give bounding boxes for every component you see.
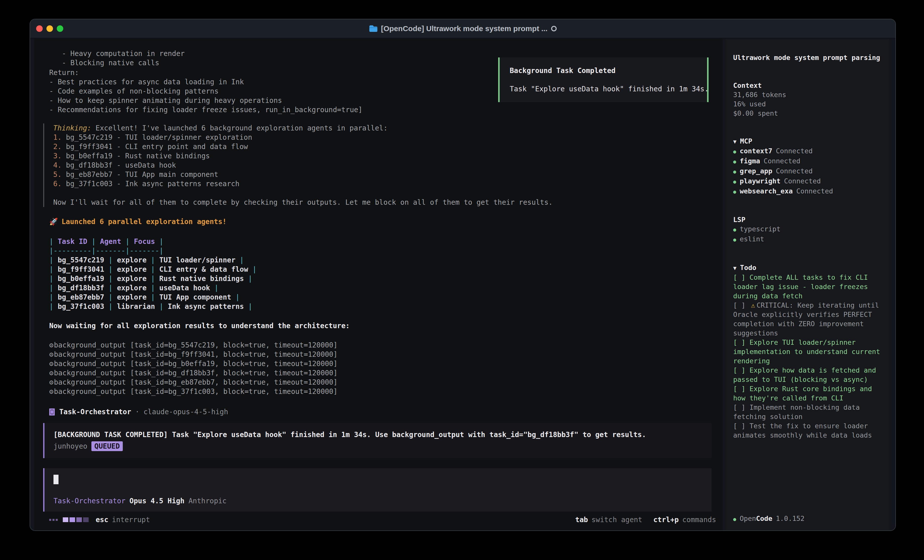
status-bar: esc interrupt tab switch agent ctrl+p co… — [43, 512, 718, 526]
wait-text: Now I'll wait for all of them to complet… — [49, 198, 718, 207]
message-text: [BACKGROUND TASK COMPLETED] Task "Explor… — [54, 430, 702, 439]
context-spent: $0.00 spent — [733, 109, 884, 118]
agent-list-item: 5. bg_eb87ebb7 - TUI App main component — [49, 170, 718, 179]
todo-item: [ ] Explore how data is fetched and pass… — [733, 365, 884, 384]
agent-name: Task-Orchestrator — [59, 407, 131, 416]
thinking-line: Thinking: Excellent! I've launched 6 bac… — [49, 123, 718, 133]
gear-icon: ⚙ — [49, 359, 54, 368]
table-row: | bg_b0effa19 | explore | Rust native bi… — [43, 274, 718, 283]
table-row: | bg_f9ff3041 | explore | CLI entry & da… — [43, 265, 718, 274]
thinking-block: Thinking: Excellent! I've launched 6 bac… — [43, 123, 718, 207]
agent-list-item: 1. bg_5547c219 - TUI loader/spinner expl… — [49, 133, 718, 142]
terminal-line: - Heavy computation in render — [43, 49, 718, 58]
agent-list-item: 3. bg_b0effa19 - Rust native bindings — [49, 151, 718, 160]
table-header-row: | Task ID | Agent | Focus | — [43, 237, 718, 246]
commands-hint: ctrl+p commands — [653, 515, 716, 524]
input-model[interactable]: Opus 4.5 High — [129, 496, 184, 506]
status-dot-icon: ● — [733, 177, 736, 186]
table-row: | bg_37f1c003 | librarian | Ink async pa… — [43, 302, 718, 311]
waiting-heading: Now waiting for all exploration results … — [43, 321, 718, 331]
todo-item: [ ] Explore Rust core bindings and how t… — [733, 384, 884, 403]
lsp-item: ●typescript — [733, 224, 884, 234]
mcp-item: ●context7Connected — [733, 146, 884, 156]
table-row: | bg_eb87ebb7 | explore | TUI App compon… — [43, 292, 718, 302]
prompt-input[interactable]: Task-Orchestrator Opus 4.5 High Anthropi… — [43, 468, 712, 512]
opencode-app: Background Task Completed Task "Explore … — [30, 38, 896, 530]
agent-list-item: 6. bg_37f1c003 - Ink async patterns rese… — [49, 179, 718, 189]
terminal-window: [OpenCode] Ultrawork mode system prompt … — [30, 19, 896, 531]
spinner-icon — [49, 517, 88, 522]
lsp-item: ●eslint — [733, 234, 884, 244]
text-cursor — [54, 475, 58, 484]
lsp-heading: LSP — [733, 215, 884, 224]
window-title-text: [OpenCode] Ultrawork mode system prompt … — [381, 24, 548, 33]
warning-icon: ⚠ — [750, 301, 756, 309]
tool-call-line: ⚙background_output [task_id=bg_5547c219,… — [43, 340, 718, 350]
mcp-section: ▼MCP ●context7Connected ●figmaConnected … — [733, 136, 884, 196]
chevron-down-icon: ▼ — [733, 138, 736, 145]
agent-signature: Task-Orchestrator · claude-opus-4-5-high — [43, 407, 718, 416]
tool-call-line: ⚙background_output [task_id=bg_37f1c003,… — [43, 387, 718, 396]
todo-item: [ ] Complete ALL tasks to fix CLI loader… — [733, 273, 884, 301]
status-badge: QUEUED — [92, 441, 123, 451]
table-row: | bg_df18bb3f | explore | useData hook | — [43, 283, 718, 292]
mcp-item: ●playwrightConnected — [733, 177, 884, 186]
session-sidebar: Ultrawork mode system prompt parsing Con… — [726, 39, 889, 530]
context-section: Context 31,686 tokens 16% used $0.00 spe… — [733, 81, 884, 118]
mcp-item: ●figmaConnected — [733, 156, 884, 166]
status-dot-icon: ● — [733, 515, 736, 524]
context-used: 16% used — [733, 99, 884, 109]
session-title: Ultrawork mode system prompt parsing — [733, 53, 884, 62]
tool-call-line: ⚙background_output [task_id=bg_b0effa19,… — [43, 359, 718, 368]
tool-calls: ⚙background_output [task_id=bg_5547c219,… — [43, 340, 718, 396]
version-number: 1.0.152 — [776, 514, 804, 523]
toast-title: Background Task Completed — [510, 66, 697, 75]
status-dot-icon: ● — [733, 167, 736, 177]
chevron-down-icon: ▼ — [733, 265, 736, 271]
agents-table: | Task ID | Agent | Focus | |---------|-… — [43, 237, 718, 311]
agent-list-item: 2. bg_f9ff3041 - CLI entry point and dat… — [49, 142, 718, 151]
todo-heading[interactable]: ▼Todo — [733, 263, 884, 273]
tab-hint: tab switch agent — [575, 515, 642, 524]
toast-body: Task "Explore useData hook" finished in … — [510, 84, 697, 94]
window-title: [OpenCode] Ultrawork mode system prompt … — [30, 24, 896, 33]
app-version: ● OpenCode 1.0.152 — [733, 514, 884, 524]
mcp-heading[interactable]: ▼MCP — [733, 136, 884, 146]
desktop: [OpenCode] Ultrawork mode system prompt … — [0, 0, 924, 560]
todo-section: ▼Todo [ ] Complete ALL tasks to fix CLI … — [733, 263, 884, 440]
rocket-icon: 🚀 — [49, 217, 58, 226]
todo-item: [ ] Implement non-blocking data fetching… — [733, 403, 884, 421]
table-row: | bg_5547c219 | explore | TUI loader/spi… — [43, 255, 718, 265]
terminal-line: - Recommendations for fixing loader free… — [43, 105, 718, 114]
gear-icon: ⚙ — [49, 378, 54, 386]
status-dot-icon: ● — [733, 157, 736, 166]
input-agent-name[interactable]: Task-Orchestrator — [54, 496, 126, 506]
window-titlebar[interactable]: [OpenCode] Ultrawork mode system prompt … — [30, 19, 896, 38]
thinking-label: Thinking: — [53, 124, 92, 132]
message-user: junhoyeo — [54, 442, 87, 451]
status-dot-icon: ● — [733, 147, 736, 156]
tool-call-line: ⚙background_output [task_id=bg_f9ff3041,… — [43, 350, 718, 359]
todo-item: [ ] ⚠CRITICAL: Keep iterating until Orac… — [733, 301, 884, 338]
background-completed-message[interactable]: [BACKGROUND TASK COMPLETED] Task "Explor… — [43, 423, 712, 458]
separator-dot: · — [135, 407, 140, 416]
gear-icon: ⚙ — [49, 387, 54, 396]
mcp-item: ●grep_appConnected — [733, 166, 884, 177]
gear-icon: ⚙ — [49, 369, 54, 377]
background-task-toast[interactable]: Background Task Completed Task "Explore … — [498, 57, 709, 102]
tool-call-line: ⚙background_output [task_id=bg_df18bb3f,… — [43, 368, 718, 377]
todo-item: [ ] Explore TUI loader/spinner implement… — [733, 338, 884, 365]
lsp-section: LSP ●typescript ●eslint — [733, 215, 884, 244]
agent-model: claude-opus-4-5-high — [143, 407, 228, 416]
tool-call-line: ⚙background_output [task_id=bg_eb87ebb7,… — [43, 377, 718, 387]
esc-hint: esc interrupt — [96, 515, 150, 524]
agent-list-item: 4. bg_df18bb3f - useData hook — [49, 160, 718, 170]
status-dot-icon: ● — [733, 187, 736, 196]
context-tokens: 31,686 tokens — [733, 90, 884, 99]
input-provider: Anthropic — [189, 496, 227, 506]
status-dot-icon: ● — [733, 235, 736, 244]
session-indicator-icon — [551, 26, 556, 31]
gear-icon: ⚙ — [49, 350, 54, 359]
mcp-item: ●websearch_exaConnected — [733, 186, 884, 196]
conversation-pane[interactable]: Background Task Completed Task "Explore … — [34, 39, 723, 530]
